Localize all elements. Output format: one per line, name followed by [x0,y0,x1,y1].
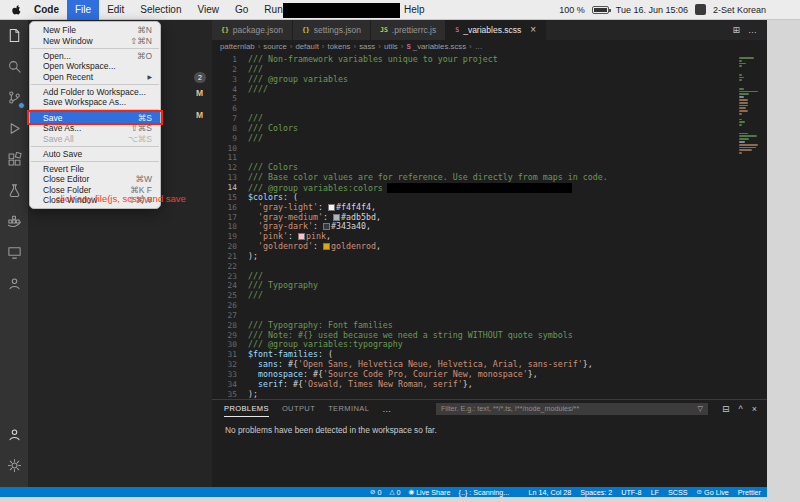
panel-tab-problems[interactable]: PROBLEMS [224,400,269,417]
run-debug-icon[interactable] [0,113,28,144]
minimap[interactable] [738,54,759,394]
breadcrumb-item-default[interactable]: default [293,42,320,51]
split-editor-icon[interactable]: ⊞ [732,25,740,35]
code-line[interactable]: /// @group variables:colors [248,183,735,193]
tab-variables-scss[interactable]: S_variables.scss× [446,20,546,40]
errors-status[interactable]: ⊘0 [370,488,381,497]
menu-help[interactable]: Help [396,0,433,20]
encoding[interactable]: UTF-8 [621,488,641,497]
code-line[interactable]: /// Typography [248,281,735,291]
eol[interactable]: LF [651,488,659,497]
color-swatch[interactable] [333,214,340,221]
code-line[interactable]: /// Non-framework variables unique to yo… [248,55,735,65]
search-icon[interactable] [0,51,28,82]
editor[interactable]: 1234567891011121314151617181920212223242… [212,52,767,399]
file-menu-item-save-as[interactable]: Save As...⇧⌘S [30,123,160,134]
file-menu-item-revert-file[interactable]: Revert File [30,163,160,174]
panel-more-actions-icon[interactable]: … [382,404,391,414]
file-menu-item-add-folder-to-workspace[interactable]: Add Folder to Workspace... [30,87,160,98]
menu-code[interactable]: Code [26,0,67,20]
maximize-panel-icon[interactable]: ^ [739,404,743,414]
breadcrumb-item-[interactable]: … [473,42,485,51]
close-tab-icon[interactable]: × [530,25,536,35]
tab-settings-json[interactable]: {}settings.json [293,20,371,40]
file-menu-item-close-editor[interactable]: Close Editor⌘W [30,174,160,185]
remote-explorer-icon[interactable] [0,237,28,268]
live-share-status[interactable]: ◉Live Share [408,488,450,497]
code-line[interactable]: serif: #{'Oswald, Times New Roman, serif… [248,380,735,390]
file-menu-item-auto-save[interactable]: Auto Save [30,148,160,159]
warnings-status[interactable]: △0 [389,488,400,497]
go-live[interactable]: ⊙Go Live [697,488,729,497]
file-menu-item-open[interactable]: Open...⌘O [30,51,160,62]
code-line[interactable]: /// [248,291,735,301]
tab-package-json[interactable]: {}package.json [212,20,293,40]
scanning-status[interactable]: {..} : Scanning... [459,488,510,497]
breadcrumb-item-patternlab[interactable]: patternlab [218,42,257,51]
code-area[interactable]: /// Non-framework variables unique to yo… [248,55,735,399]
code-line[interactable] [248,153,735,163]
input-source-label[interactable]: 2-Set Korean [713,5,766,15]
apple-menu-icon[interactable] [6,4,26,16]
code-line[interactable]: ); [248,252,735,262]
prettier[interactable]: Prettier [738,488,761,497]
file-menu-item-save-all[interactable]: Save All⌥⌘S [30,133,160,144]
docker-icon[interactable] [0,206,28,237]
code-line[interactable]: /// @group variables [248,75,735,85]
menu-go[interactable]: Go [227,0,256,20]
file-menu-item-new-file[interactable]: New File⌘N [30,25,160,36]
panel-tab-output[interactable]: OUTPUT [282,400,315,417]
code-line[interactable] [248,94,735,104]
file-menu-item-save[interactable]: Save⌘S [30,112,160,123]
language-mode[interactable]: SCSS [668,488,688,497]
git-modified-badge: M [196,110,203,120]
menu-file[interactable]: File [67,0,99,20]
color-swatch[interactable] [323,243,330,250]
file-menu-item-open-recent[interactable]: Open Recent▶ [30,72,160,83]
code-line[interactable]: //// [248,85,735,95]
code-line[interactable]: /// Colors [248,124,735,134]
code-line[interactable] [248,301,735,311]
problems-filter-input[interactable] [441,404,698,413]
source-control-icon[interactable] [0,82,28,113]
code-line[interactable]: /// [248,114,735,124]
tab-prettierrc-js[interactable]: JS.prettierrc.js [371,20,446,40]
color-swatch[interactable] [323,223,330,230]
breadcrumb-item-sass[interactable]: sass [357,42,377,51]
panel-tab-terminal[interactable]: TERMINAL [328,400,369,417]
settings-gear-icon[interactable] [0,450,28,481]
collapse-all-icon[interactable]: ⊟ [722,404,730,414]
menu-edit[interactable]: Edit [99,0,132,20]
menu-view[interactable]: View [190,0,228,20]
breadcrumb-item-tokens[interactable]: tokens [326,42,353,51]
breadcrumb-item-source[interactable]: source [261,42,288,51]
file-menu-item-open-workspace[interactable]: Open Workspace... [30,61,160,72]
line-number: 5 [212,94,246,104]
menubar-clock[interactable]: Tue 16. Jun 15:06 [616,5,688,15]
code-line[interactable]: /// [248,272,735,282]
code-line[interactable]: /// [248,134,735,144]
code-line[interactable]: 'goldenrod': goldenrod, [248,242,735,252]
code-line[interactable] [248,104,735,114]
code-line[interactable] [248,262,735,272]
file-menu-item-new-window[interactable]: New Window⇧⌘N [30,36,160,47]
explorer-icon[interactable] [0,20,28,51]
testing-icon[interactable] [0,175,28,206]
more-actions-icon[interactable]: … [748,25,757,35]
account-icon[interactable] [0,419,28,450]
indentation[interactable]: Spaces: 2 [580,488,612,497]
extensions-icon[interactable] [0,144,28,175]
code-line[interactable]: ); [248,390,735,399]
breadcrumb-item-utils[interactable]: utils [382,42,400,51]
code-line[interactable] [248,144,735,154]
cursor-position[interactable]: Ln 14, Col 28 [529,488,572,497]
close-panel-icon[interactable]: × [752,404,757,414]
live-share-icon[interactable] [0,268,28,299]
file-menu-item-save-workspace-as[interactable]: Save Workspace As... [30,97,160,108]
menu-selection[interactable]: Selection [132,0,189,20]
input-source-icon[interactable] [695,4,706,15]
color-swatch[interactable] [328,204,335,211]
breadcrumb-item-variables-scss[interactable]: S_variables.scss [404,42,468,51]
filter-funnel-icon[interactable]: ▽ [698,405,703,413]
color-swatch[interactable] [298,233,305,240]
